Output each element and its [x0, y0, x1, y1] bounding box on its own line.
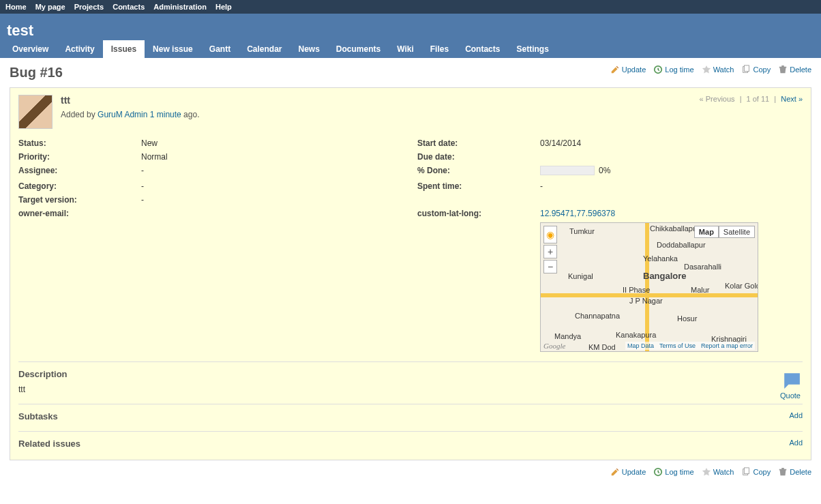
attr-custom-latlong: custom-lat-long: 12.95471,77.596378 Tumk… — [417, 209, 803, 352]
subtasks-add-button[interactable]: Add — [789, 411, 803, 419]
subtasks-heading: Subtasks — [18, 411, 803, 421]
issue-author-line: Added by GuruM Admin 1 minute ago. — [61, 110, 199, 119]
tab-wiki[interactable]: Wiki — [389, 40, 422, 58]
attr-priority: Priority:Normal — [18, 152, 404, 162]
top-projects[interactable]: Projects — [74, 3, 104, 11]
attr-spent-time: Spent time:- — [417, 181, 803, 191]
attr-target-version: Target version:- — [18, 195, 404, 205]
attr-category: Category:- — [18, 181, 404, 191]
clock-icon — [653, 467, 663, 477]
tab-new-issue[interactable]: New issue — [145, 40, 201, 58]
attr-owner-email: owner-email: — [18, 209, 404, 352]
top-contacts[interactable]: Contacts — [113, 3, 145, 11]
map-data-link[interactable]: Map Data — [627, 342, 654, 349]
actions-bottom: Update Log time Watch Copy Delete — [605, 467, 811, 478]
update-button[interactable]: Update — [610, 65, 646, 74]
description-heading: Description — [18, 369, 803, 379]
copy-button[interactable]: Copy — [741, 65, 771, 74]
copy-icon — [741, 467, 751, 477]
svg-rect-5 — [745, 468, 749, 474]
author-link[interactable]: GuruM Admin — [98, 110, 147, 119]
issue-nav: « Previous | 1 of 11 | Next » — [700, 95, 803, 103]
map-terms-link[interactable]: Terms of Use — [659, 342, 696, 349]
star-icon — [702, 65, 711, 74]
project-title: test — [7, 19, 814, 40]
quote-icon — [780, 369, 803, 391]
top-menu: Home My page Projects Contacts Administr… — [0, 0, 821, 14]
delete-button[interactable]: Delete — [778, 65, 811, 74]
top-mypage[interactable]: My page — [35, 3, 65, 11]
nav-position: 1 of 11 — [747, 95, 770, 103]
quote-button[interactable]: Quote — [780, 375, 803, 400]
tab-overview[interactable]: Overview — [4, 40, 57, 58]
tab-files[interactable]: Files — [422, 40, 457, 58]
top-help[interactable]: Help — [215, 3, 232, 11]
log-time-button[interactable]: Log time — [653, 65, 693, 74]
watch-button[interactable]: Watch — [702, 65, 734, 74]
clock-icon — [653, 65, 663, 74]
tab-contacts[interactable]: Contacts — [457, 40, 508, 58]
update-button-bottom[interactable]: Update — [610, 467, 646, 477]
issue-box: « Previous | 1 of 11 | Next » ttt Added … — [10, 87, 811, 460]
svg-rect-2 — [745, 65, 749, 72]
delete-button-bottom[interactable]: Delete — [778, 467, 811, 477]
tab-news[interactable]: News — [290, 40, 328, 58]
map-report-link[interactable]: Report a map error — [701, 342, 753, 349]
google-logo: Google — [543, 342, 565, 350]
content: Update Log time Watch Copy Delete Bug #1… — [0, 58, 821, 485]
star-icon — [702, 467, 711, 477]
pegman-icon[interactable]: ◉ — [543, 226, 557, 243]
issue-subject: ttt — [61, 95, 199, 106]
related-add-button[interactable]: Add — [789, 439, 803, 447]
map-type-map[interactable]: Map — [694, 226, 719, 238]
main-menu: Overview Activity Issues New issue Gantt… — [4, 40, 557, 58]
trash-icon — [778, 65, 788, 74]
attr-due-date: Due date: — [417, 152, 803, 162]
log-time-button-bottom[interactable]: Log time — [653, 467, 693, 477]
tab-activity[interactable]: Activity — [57, 40, 102, 58]
nav-next[interactable]: Next » — [781, 95, 803, 103]
age-link[interactable]: 1 minute — [150, 110, 181, 119]
copy-icon — [741, 65, 751, 74]
tab-gantt[interactable]: Gantt — [201, 40, 239, 58]
copy-button-bottom[interactable]: Copy — [741, 467, 771, 477]
tab-issues[interactable]: Issues — [103, 40, 145, 58]
tab-settings[interactable]: Settings — [508, 40, 556, 58]
tab-calendar[interactable]: Calendar — [239, 40, 290, 58]
watch-button-bottom[interactable]: Watch — [702, 467, 734, 477]
pencil-icon — [610, 467, 620, 477]
map-type-satellite[interactable]: Satellite — [719, 226, 755, 238]
attr-start-date: Start date:03/14/2014 — [417, 138, 803, 148]
attr-done: % Done:0% — [417, 166, 803, 177]
pencil-icon — [610, 65, 620, 74]
progress-bar — [540, 166, 595, 175]
attr-status: Status:New — [18, 138, 404, 148]
description-text: ttt — [18, 385, 803, 394]
attr-assignee: Assignee:- — [18, 166, 404, 177]
latlong-link[interactable]: 12.95471,77.596378 — [540, 209, 615, 218]
nav-prev: « Previous — [700, 95, 735, 103]
map[interactable]: Tumkur Chikkaballapur Doddaballapur Yela… — [540, 222, 758, 352]
related-heading: Related issues — [18, 439, 803, 449]
tab-documents[interactable]: Documents — [328, 40, 389, 58]
header: test Overview Activity Issues New issue … — [0, 14, 821, 58]
trash-icon — [778, 467, 788, 477]
avatar — [18, 95, 53, 129]
actions-top: Update Log time Watch Copy Delete — [605, 65, 811, 76]
progress-pct: 0% — [599, 166, 610, 175]
zoom-out-button[interactable]: − — [543, 260, 557, 273]
top-home[interactable]: Home — [5, 3, 27, 11]
attributes: Status:New Start date:03/14/2014 Priorit… — [18, 138, 803, 352]
top-administration[interactable]: Administration — [153, 3, 207, 11]
zoom-in-button[interactable]: + — [543, 245, 557, 258]
